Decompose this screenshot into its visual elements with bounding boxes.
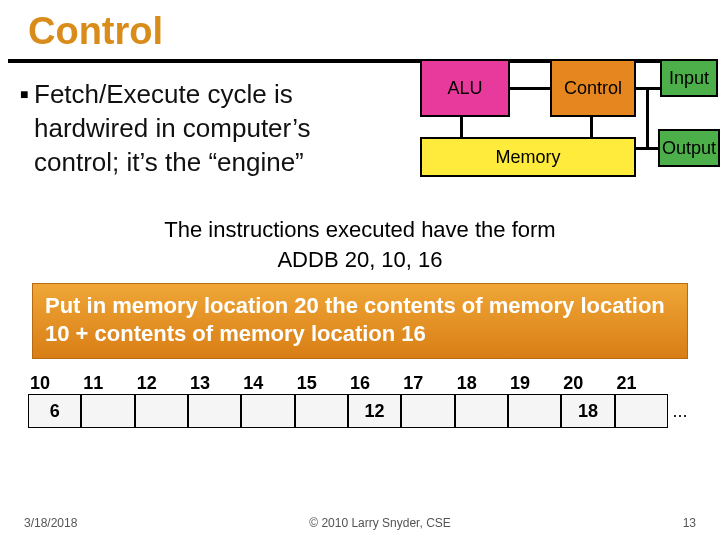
diagram-line	[646, 87, 649, 149]
memory-address: 21	[615, 373, 668, 394]
instruction-text: The instructions executed have the form …	[18, 215, 702, 275]
memory-cell	[188, 394, 241, 428]
memory-address: 13	[188, 373, 241, 394]
slide-footer: 3/18/2018 © 2010 Larry Snyder, CSE 13	[0, 516, 720, 530]
footer-copyright: © 2010 Larry Snyder, CSE	[309, 516, 451, 530]
memory-cell	[401, 394, 454, 428]
memory-cell	[241, 394, 294, 428]
memory-address: 16	[348, 373, 401, 394]
diagram-line	[460, 115, 463, 139]
diagram-line	[508, 87, 552, 90]
memory-cell	[135, 394, 188, 428]
memory-address: 20	[561, 373, 614, 394]
diagram-line	[590, 115, 593, 139]
memory-strip: 101112131415161718192021 61218 ...	[18, 373, 702, 428]
footer-page: 13	[683, 516, 696, 530]
memory-value-row: 61218	[28, 394, 668, 428]
memory-address: 18	[455, 373, 508, 394]
input-box: Input	[660, 59, 718, 97]
slide-body: ■ Fetch/Execute cycle is hardwired in co…	[0, 77, 720, 428]
instruction-line2: ADDB 20, 10, 16	[18, 245, 702, 275]
memory-address: 11	[81, 373, 134, 394]
footer-date: 3/18/2018	[24, 516, 77, 530]
memory-address: 15	[295, 373, 348, 394]
memory-address: 10	[28, 373, 81, 394]
memory-cell: 12	[348, 394, 401, 428]
memory-box: Memory	[420, 137, 636, 177]
memory-address: 17	[401, 373, 454, 394]
memory-ellipsis: ...	[668, 394, 692, 428]
slide-title: Control	[0, 0, 720, 59]
memory-cell	[615, 394, 668, 428]
memory-cell	[295, 394, 348, 428]
control-box: Control	[550, 59, 636, 117]
memory-cell: 6	[28, 394, 81, 428]
memory-cell	[455, 394, 508, 428]
memory-address: 12	[135, 373, 188, 394]
alu-box: ALU	[420, 59, 510, 117]
memory-address: 14	[241, 373, 294, 394]
memory-address-row: 101112131415161718192021	[28, 373, 692, 394]
instruction-line1: The instructions executed have the form	[18, 215, 702, 245]
architecture-diagram: ALU Control Input Output Memory	[380, 59, 720, 209]
memory-cell	[81, 394, 134, 428]
explanation-box: Put in memory location 20 the contents o…	[32, 283, 688, 359]
output-box: Output	[658, 129, 720, 167]
bullet-marker: ■	[18, 77, 34, 179]
bullet-text: Fetch/Execute cycle is hardwired in comp…	[34, 77, 384, 179]
memory-cell: 18	[561, 394, 614, 428]
diagram-line	[634, 147, 660, 150]
memory-cell	[508, 394, 561, 428]
memory-address: 19	[508, 373, 561, 394]
